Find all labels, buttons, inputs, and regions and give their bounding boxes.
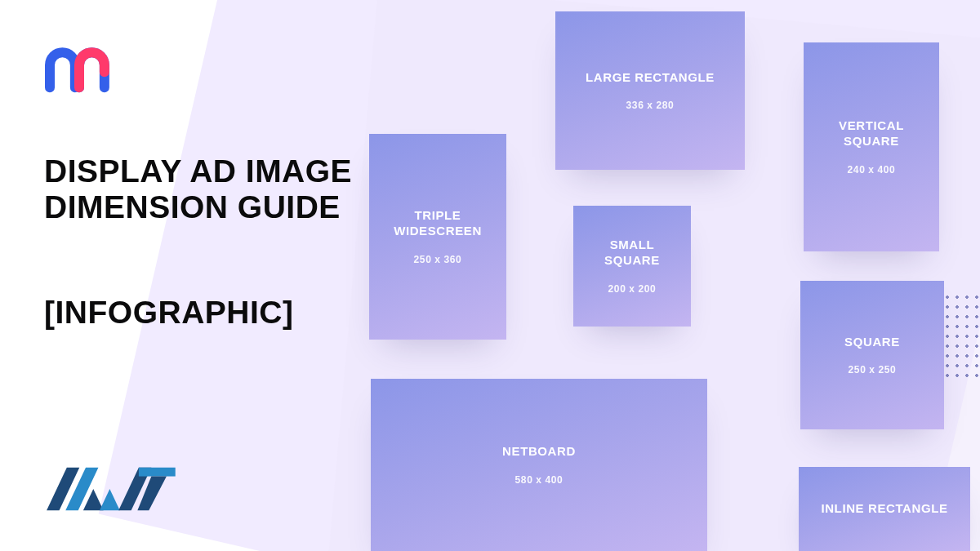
tile-label: VERTICAL SQUARE [804,118,939,149]
headline-line-2: DIMENSION GUIDE [44,189,341,224]
tile-dimension: 250 x 360 [414,254,462,265]
tile-netboard: NETBOARD 580 x 400 [371,379,707,551]
tile-small-square: SMALL SQUARE 200 x 200 [573,206,691,327]
tile-label: NETBOARD [491,444,587,460]
tile-label: LARGE RECTANGLE [574,70,726,86]
tile-label: INLINE RECTANGLE [809,501,959,517]
left-column: DISPLAY AD IMAGE DIMENSION GUIDE [INFOGR… [44,44,387,331]
tile-label: TRIPLE WIDESCREEN [369,208,506,239]
tile-label: SMALL SQUARE [573,238,691,269]
tile-label: SQUARE [833,335,911,350]
tile-dimension: 336 x 280 [626,100,675,111]
tile-large-rectangle: LARGE RECTANGLE 336 x 280 [555,11,745,170]
subheading: [INFOGRAPHIC] [44,295,387,331]
m-logo-icon [44,44,114,93]
tile-dimension: 250 x 250 [849,364,897,375]
tile-dimension: 240 x 400 [848,164,896,176]
mwt-logo-icon [44,461,183,517]
tile-square: SQUARE 250 x 250 [800,281,944,429]
tile-triple-widescreen: TRIPLE WIDESCREEN 250 x 360 [369,134,506,340]
tile-inline-rectangle: INLINE RECTANGLE [799,467,970,551]
headline-line-1: DISPLAY AD IMAGE [44,153,352,189]
tile-vertical-square: VERTICAL SQUARE 240 x 400 [804,42,939,251]
svg-rect-5 [139,468,176,477]
infographic-canvas: DISPLAY AD IMAGE DIMENSION GUIDE [INFOGR… [0,0,980,551]
tile-dimension: 580 x 400 [515,474,564,486]
headline: DISPLAY AD IMAGE DIMENSION GUIDE [44,153,387,224]
tile-dimension: 200 x 200 [608,283,657,295]
svg-marker-3 [100,489,120,510]
